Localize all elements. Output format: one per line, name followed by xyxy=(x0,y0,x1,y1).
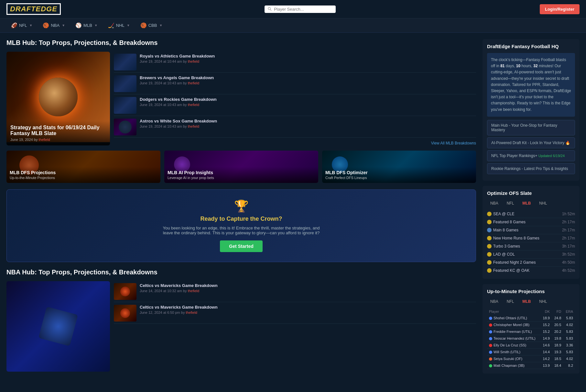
slate-row[interactable]: Featured Night 2 Games 4h 50m xyxy=(487,259,575,267)
article-title: Celtics vs Mavericks Game Breakdown xyxy=(140,305,476,310)
list-item[interactable]: Astros vs White Sox Game Breakdown June … xyxy=(114,117,476,138)
article-info: Brewers vs Angels Game Breakdown June 19… xyxy=(140,75,476,85)
nba-featured-main[interactable] xyxy=(6,281,110,372)
table-row[interactable]: Seiya Suzuki (OF) 14.2 18.5 4.02 xyxy=(487,355,575,362)
list-item[interactable]: Brewers vs Angels Game Breakdown June 19… xyxy=(114,73,476,94)
slate-name: Featured Night 2 Games xyxy=(487,260,536,265)
ff-link-player-rankings[interactable]: NFL Top Player Rankings+ Updated 6/19/24 xyxy=(487,150,575,161)
tool-card-ai-props[interactable]: MLB AI Prop Insights Leverage AI in your… xyxy=(164,151,318,183)
slate-tab-nba[interactable]: NBA xyxy=(487,200,502,207)
login-button[interactable]: Login/Register xyxy=(540,4,580,14)
ff-link-rookie-rankings[interactable]: Rookie Rankings - Latest Pro Tips & Insi… xyxy=(487,163,575,174)
gold-icon xyxy=(487,220,492,224)
slate-row[interactable]: Main 8 Games 2h 17m xyxy=(487,226,575,234)
article-author-link[interactable]: thefield xyxy=(188,124,199,128)
article-thumbnail xyxy=(114,97,136,114)
slate-name: LAD @ COL xyxy=(487,252,515,257)
list-item[interactable]: Celtics vs Mavericks Game Breakdown June… xyxy=(114,303,476,324)
ff-link-draft-kit[interactable]: AI-Powered Draft Kit - Lock In Your Vict… xyxy=(487,137,575,148)
era-value: 4.02 xyxy=(563,321,575,328)
nav-item-nfl[interactable]: 🏈 NFL ▼ xyxy=(6,18,37,32)
nav-item-mlb[interactable]: ⚾ MLB ▼ xyxy=(71,18,102,32)
player-name-cell: Elly De La Cruz (SS) xyxy=(487,342,540,349)
dk-value: 15.2 xyxy=(540,328,552,335)
search-bar[interactable] xyxy=(265,5,336,13)
view-all-mlb-link[interactable]: View All MLB Breakdowns xyxy=(114,141,476,145)
article-author-link[interactable]: thefield xyxy=(188,59,199,63)
table-row[interactable]: Christopher Morel (3B) 15.2 20.5 4.02 xyxy=(487,321,575,328)
tool-card-title: MLB DFS Optimizer xyxy=(325,170,473,175)
slate-tab-mlb[interactable]: MLB xyxy=(519,200,534,207)
table-row[interactable]: Will Smith (UTIL) 14.4 19.3 5.83 xyxy=(487,349,575,355)
proj-tab-nhl[interactable]: NHL xyxy=(536,298,550,305)
list-item[interactable]: Dodgers vs Rockies Game Breakdown June 1… xyxy=(114,95,476,116)
logo[interactable]: DRAFTEDGE xyxy=(6,3,61,15)
arena-graphic xyxy=(114,305,136,322)
nav-label-nba: NBA xyxy=(51,23,60,28)
arena-graphic xyxy=(114,283,136,300)
player-icon xyxy=(489,330,492,334)
article-info: Celtics vs Mavericks Game Breakdown June… xyxy=(140,283,476,293)
slate-row[interactable]: New Home Runs 8 Games 2h 17m xyxy=(487,234,575,242)
article-author-link[interactable]: thefield xyxy=(188,81,199,85)
article-author-link[interactable]: thefield xyxy=(188,289,199,293)
tool-card-overlay: MLB AI Prop Insights Leverage AI in your… xyxy=(164,167,318,183)
article-thumbnail xyxy=(114,119,136,135)
slate-row[interactable]: Featured 8 Games 2h 17m xyxy=(487,218,575,226)
fd-value: 20.2 xyxy=(552,328,563,335)
slate-row[interactable]: SEA @ CLE 1h 52m xyxy=(487,210,575,218)
era-value: 4.02 xyxy=(563,355,575,362)
slate-tab-nfl[interactable]: NFL xyxy=(504,200,517,207)
tool-card-optimizer[interactable]: MLB DFS Optimizer Craft Perfect DFS Line… xyxy=(322,151,476,183)
player-name-cell: Christopher Morel (3B) xyxy=(487,321,540,328)
mlb-featured-block: Strategy and Stats for 06/19/24 Daily Fa… xyxy=(6,52,476,145)
slate-row[interactable]: Turbo 3 Games 3h 17m xyxy=(487,242,575,250)
header: DRAFTEDGE Login/Register xyxy=(0,0,586,18)
cbb-icon: 🏀 xyxy=(140,22,147,28)
player-name-cell: Seiya Suzuki (OF) xyxy=(487,355,540,362)
featured-author-link[interactable]: thefield xyxy=(38,138,50,142)
slate-tab-nhl[interactable]: NHL xyxy=(536,200,550,207)
proj-tab-nfl[interactable]: NFL xyxy=(504,298,517,305)
proj-tab-nba[interactable]: NBA xyxy=(487,298,502,305)
table-row[interactable]: Matt Chapman (3B) 13.9 18.4 8.2 xyxy=(487,362,575,369)
slate-time: 3h 17m xyxy=(562,244,575,249)
player-name-cell: Matt Chapman (3B) xyxy=(487,362,540,369)
proj-tab-mlb[interactable]: MLB xyxy=(519,298,534,305)
table-row[interactable]: Freddie Freeman (UTIL) 15.2 20.2 5.83 xyxy=(487,328,575,335)
article-author-link[interactable]: thefield xyxy=(188,103,199,107)
article-author-link[interactable]: thefield xyxy=(186,311,197,314)
nav-label-mlb: MLB xyxy=(83,23,92,28)
mlb-featured-main[interactable]: Strategy and Stats for 06/19/24 Daily Fa… xyxy=(6,52,110,145)
ff-link-main-hub[interactable]: Main Hub - Your One-Stop for Fantasy Mas… xyxy=(487,120,575,135)
list-item[interactable]: Celtics vs Mavericks Game Breakdown June… xyxy=(114,281,476,302)
table-row[interactable]: Elly De La Cruz (SS) 14.6 18.9 3.36 xyxy=(487,342,575,349)
player-icon xyxy=(489,351,492,354)
table-row[interactable]: Teoscar Hernandez (UTIL) 14.9 19.8 5.83 xyxy=(487,335,575,342)
list-item[interactable]: Royals vs Athletics Game Breakdown June … xyxy=(114,52,476,73)
tool-card-projections[interactable]: MLB DFS Projections Up-to-the-Minute Pro… xyxy=(6,151,160,183)
stadium-graphic xyxy=(114,119,136,135)
nav-item-nba[interactable]: 🏀 NBA ▼ xyxy=(38,18,70,32)
slate-row[interactable]: Featured KC @ OAK 4h 52m xyxy=(487,267,575,274)
article-title: Astros vs White Sox Game Breakdown xyxy=(140,119,476,123)
main-nav: 🏈 NFL ▼ 🏀 NBA ▼ ⚾ MLB ▼ 🏒 NHL ▼ 🏀 CBB ▼ xyxy=(0,18,586,33)
search-input[interactable] xyxy=(274,7,332,12)
article-info: Royals vs Athletics Game Breakdown June … xyxy=(140,54,476,63)
slate-name: Featured 8 Games xyxy=(487,220,526,224)
table-row[interactable]: Shohei Ohtani (UTIL) 18.9 24.8 5.83 xyxy=(487,315,575,322)
article-info: Astros vs White Sox Game Breakdown June … xyxy=(140,119,476,128)
chevron-down-icon: ▼ xyxy=(159,24,162,27)
nav-item-cbb[interactable]: 🏀 CBB ▼ xyxy=(136,18,167,32)
player-icon xyxy=(489,323,492,327)
projections-box: Up-to-Minute Projections NBA NFL MLB NHL… xyxy=(483,284,580,374)
slate-name: Main 8 Games xyxy=(487,228,518,232)
article-meta: June 12, 2024 at 6:50 pm by thefield xyxy=(140,311,476,314)
player-name-cell: Freddie Freeman (UTIL) xyxy=(487,328,540,335)
gold-icon xyxy=(487,212,492,216)
nav-item-nhl[interactable]: 🏒 NHL ▼ xyxy=(103,18,135,32)
get-started-button[interactable]: Get Started xyxy=(220,240,262,252)
baseball-icon: ⚾ xyxy=(75,22,82,28)
slate-row[interactable]: LAD @ COL 3h 52m xyxy=(487,250,575,259)
stadium-graphic xyxy=(114,75,136,92)
